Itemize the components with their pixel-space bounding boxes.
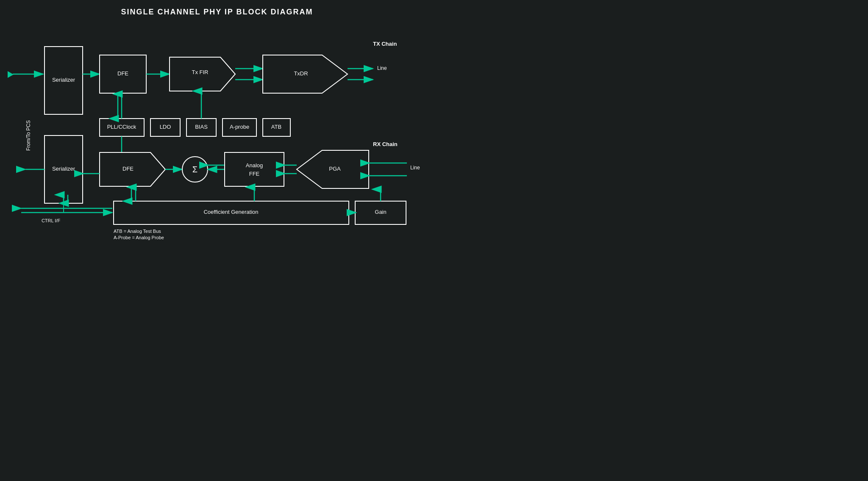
rx-chain-label: RX Chain — [373, 141, 398, 147]
atb-label: ATB — [271, 124, 281, 130]
line-rx-label: Line — [410, 165, 420, 171]
analog-ffe-label2: FFE — [249, 171, 260, 177]
pga-label: PGA — [329, 166, 341, 172]
line-tx-label: Line — [377, 65, 387, 71]
arrow-in-tx-head — [8, 71, 14, 78]
from-to-pcs-label: From/To PCS — [25, 120, 31, 151]
ldo-label: LDO — [160, 124, 171, 130]
serializer-tx-label: Serializer — [52, 77, 75, 83]
txdr-label: TxDR — [294, 70, 308, 77]
sigma-label: Σ — [192, 165, 198, 174]
analog-ffe-label1: Analog — [246, 162, 263, 169]
analog-ffe-block — [225, 152, 284, 186]
diagram-container: SINGLE CHANNEL PHY IP BLOCK DIAGRAM Seri… — [0, 0, 434, 240]
tx-fir-label: Tx FIR — [192, 69, 209, 75]
atb-def-label: ATB = Analog Test Bus — [114, 229, 161, 234]
serializer-rx-label: Serializer — [52, 166, 75, 172]
gain-label: Gain — [375, 209, 386, 215]
tx-chain-label: TX Chain — [373, 41, 397, 47]
ctrl-if-label: CTRL I/F — [42, 218, 60, 223]
dfe-rx-label: DFE — [122, 166, 134, 172]
coeff-gen-label: Coefficient Generation — [203, 209, 258, 215]
bias-label: BIAS — [195, 124, 208, 130]
aprobe-def-label: A-Probe = Analog Probe — [114, 235, 164, 240]
aprobe-label: A-probe — [230, 124, 249, 130]
dfe-tx-label: DFE — [117, 70, 128, 77]
pll-label: PLL/CClock — [107, 124, 136, 130]
